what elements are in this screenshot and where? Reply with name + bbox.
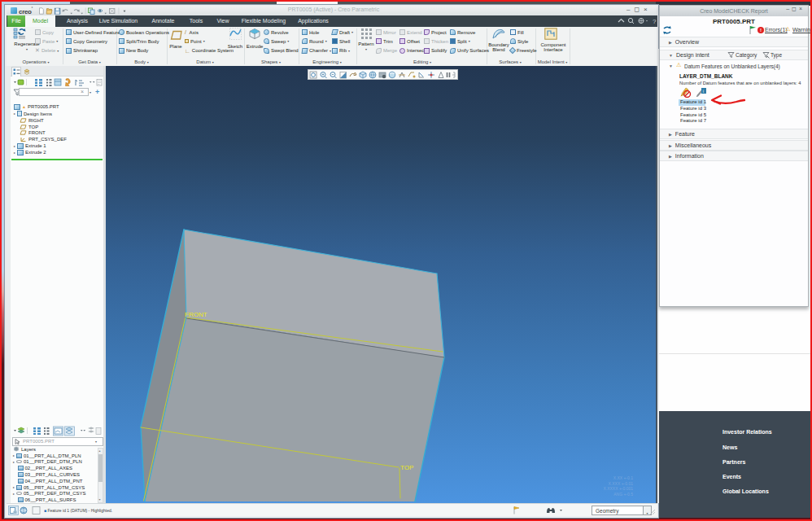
svg-text:i: i — [703, 89, 704, 94]
svg-text:FRONT: FRONT — [185, 311, 207, 318]
svg-text:?: ? — [653, 18, 657, 25]
svg-text:TOP: TOP — [400, 464, 413, 471]
